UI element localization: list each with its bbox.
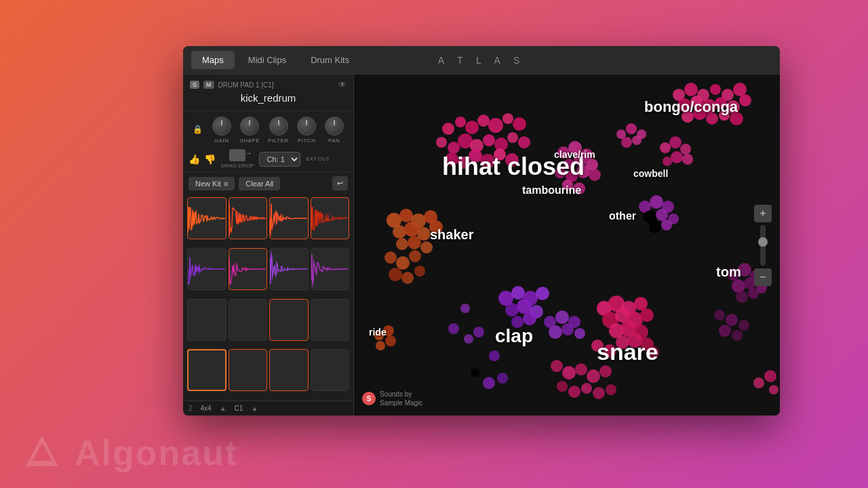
pad-cell-5[interactable]	[187, 248, 226, 290]
left-panel: S M DRUM PAD 1 [C1] 👁 kick_redrum 🔒 GAIN…	[183, 75, 354, 415]
svg-point-29	[576, 165, 590, 178]
zoom-slider-handle	[758, 237, 768, 247]
svg-point-119	[748, 288, 759, 299]
svg-point-139	[483, 377, 495, 389]
pan-knob[interactable]	[325, 117, 344, 136]
status-arrow2: ▲	[251, 405, 258, 412]
svg-point-77	[414, 266, 425, 277]
pad-cell-3[interactable]	[269, 197, 309, 239]
svg-point-1	[455, 117, 466, 127]
waveform-12	[311, 300, 349, 340]
svg-point-118	[736, 291, 748, 303]
svg-point-151	[714, 310, 725, 321]
svg-point-13	[507, 132, 518, 143]
svg-point-19	[494, 148, 506, 161]
eye-icon[interactable]: 👁	[338, 80, 347, 89]
svg-point-131	[581, 383, 592, 394]
svg-point-106	[616, 336, 629, 349]
svg-point-16	[458, 157, 470, 169]
pad-cell-2[interactable]	[229, 197, 268, 239]
svg-point-91	[517, 299, 532, 314]
kit-toolbar: New Kit ≡ Clear All ↩	[183, 171, 353, 195]
svg-point-74	[409, 250, 421, 262]
svg-point-98	[634, 297, 648, 310]
clear-all-button[interactable]: Clear All	[239, 177, 280, 190]
pad-cell-7[interactable]	[269, 248, 309, 290]
svg-point-93	[511, 316, 524, 328]
pitch-knob[interactable]	[297, 117, 316, 136]
sounds-by-label: S Sounds bySample Magic	[362, 390, 422, 407]
pad-cell-4[interactable]	[311, 197, 350, 239]
waveform-13	[189, 350, 225, 390]
drag-drop-button[interactable]: → DRAG DROP	[221, 149, 254, 169]
sample-magic-logo: S	[362, 392, 376, 405]
zoom-out-button[interactable]: −	[754, 268, 772, 286]
pad-cell-12[interactable]	[311, 299, 350, 341]
svg-point-111	[647, 346, 659, 359]
svg-point-129	[557, 381, 568, 392]
channel-select[interactable]: Ch: 1 Ch: 2 Ch: 3	[259, 152, 300, 167]
drum-pad-header: S M DRUM PAD 1 [C1] 👁 kick_redrum	[183, 75, 353, 111]
svg-point-128	[599, 365, 612, 378]
svg-point-94	[523, 312, 536, 325]
pad-cell-14[interactable]	[229, 349, 268, 391]
pad-cell-15[interactable]	[269, 349, 309, 391]
pad-cell-6[interactable]	[229, 248, 268, 290]
svg-point-32	[573, 182, 585, 195]
svg-point-112	[727, 268, 739, 281]
filter-knob[interactable]	[269, 117, 288, 136]
svg-point-82	[656, 209, 668, 221]
app-title: A T L A S	[438, 55, 526, 66]
svg-point-70	[408, 236, 421, 249]
tab-maps[interactable]: Maps	[191, 51, 235, 69]
menu-icon: ≡	[224, 180, 228, 188]
svg-point-137	[489, 350, 500, 361]
pad-cell-1[interactable]	[187, 197, 226, 239]
svg-point-3	[477, 115, 490, 127]
new-kit-button[interactable]: New Kit ≡	[189, 177, 235, 190]
undo-button[interactable]: ↩	[332, 176, 348, 190]
pad-cell-8[interactable]	[311, 248, 350, 290]
svg-point-75	[389, 268, 402, 281]
waveform-7	[270, 249, 308, 289]
controls-row: 👍 👎 → DRAG DROP Ch: 1 Ch: 2 Ch: 3 EXT OU…	[183, 146, 353, 171]
ext-out-button[interactable]: EXT OUT	[306, 156, 330, 162]
pad-cell-11[interactable]	[269, 299, 309, 341]
tab-midi-clips[interactable]: Midi Clips	[237, 51, 297, 69]
algonaut-logo-icon	[20, 431, 64, 474]
svg-point-148	[549, 325, 562, 339]
status-beats: 2	[189, 405, 193, 412]
atlas-panel[interactable]: hihat closed bongo/conga clave/rim cowbe…	[354, 75, 780, 415]
like-button[interactable]: 👍	[189, 154, 200, 165]
svg-point-140	[497, 373, 508, 384]
badge-s: S	[190, 81, 199, 89]
svg-point-14	[518, 136, 530, 148]
svg-point-85	[661, 220, 672, 230]
svg-point-135	[764, 370, 776, 382]
drum-pad-label: DRUM PAD 1 [C1]	[218, 81, 334, 89]
zoom-slider[interactable]	[760, 225, 766, 266]
svg-point-142	[448, 323, 459, 334]
main-window: Maps Midi Clips Drum Kits A T L A S S M …	[183, 46, 780, 415]
gain-knob[interactable]	[212, 117, 231, 136]
tab-drum-kits[interactable]: Drum Kits	[300, 51, 360, 69]
pad-cell-13[interactable]	[187, 349, 226, 391]
lock-icon[interactable]: 🔒	[193, 125, 203, 136]
status-note: C1	[235, 405, 243, 412]
tab-bar: Maps Midi Clips Drum Kits A T L A S	[183, 46, 780, 75]
svg-point-115	[732, 279, 745, 293]
pad-cell-16[interactable]	[311, 349, 350, 391]
pad-cell-9[interactable]	[187, 299, 226, 341]
shape-knob-group: SHAPE	[239, 117, 260, 144]
svg-point-69	[396, 238, 408, 250]
svg-point-107	[627, 333, 642, 348]
svg-point-124	[551, 360, 563, 372]
svg-point-18	[480, 154, 495, 169]
svg-point-84	[649, 221, 661, 233]
shape-knob[interactable]	[240, 117, 259, 136]
zoom-in-button[interactable]: +	[754, 205, 772, 222]
pad-cell-10[interactable]	[229, 299, 268, 341]
waveform-16	[311, 350, 349, 390]
svg-point-27	[555, 167, 566, 178]
dislike-button[interactable]: 👎	[204, 154, 216, 165]
